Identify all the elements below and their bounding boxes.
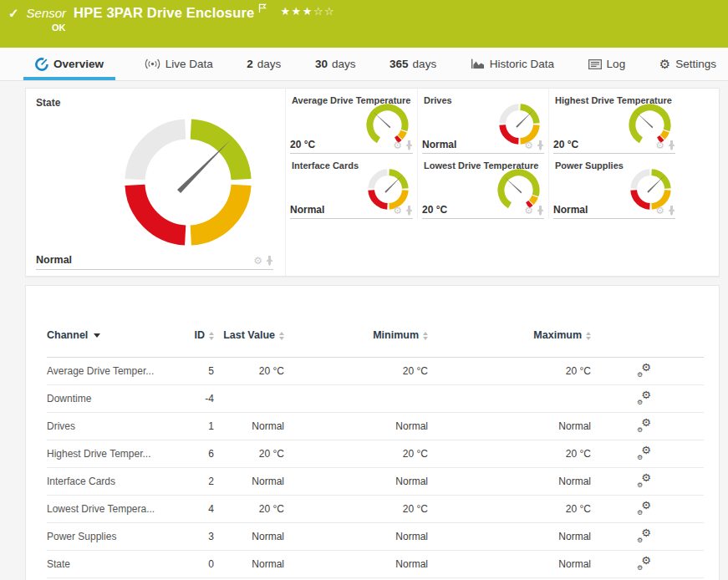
gauge-title: State xyxy=(36,97,273,109)
cell-last-value: 20 °C xyxy=(214,503,284,515)
pin-icon[interactable] xyxy=(405,140,413,150)
cell-last-value: Normal xyxy=(214,558,284,570)
column-header-id[interactable]: ID xyxy=(185,328,214,343)
gauge-cell-average-drive-temperature: Average Drive Temperature 20 °C⚙ xyxy=(286,89,417,154)
state-gauge xyxy=(116,110,260,254)
table-row: State0NormalNormalNormal⚙⚙ xyxy=(47,551,704,578)
gauge-value: 20 °C xyxy=(290,139,315,150)
cell-maximum: Normal xyxy=(428,558,591,570)
tab-bar: OverviewLive Data2days30days365daysHisto… xyxy=(0,48,728,81)
cell-last-value: Normal xyxy=(214,476,284,487)
sort-toggle-icon[interactable] xyxy=(586,332,591,340)
column-header-maximum[interactable]: Maximum xyxy=(428,328,591,343)
ok-check-icon: ✓ xyxy=(8,6,19,21)
tab-log[interactable]: Log xyxy=(583,48,631,80)
gauge-value: Normal xyxy=(553,204,588,216)
cell-channel: Highest Drive Temper... xyxy=(47,448,185,460)
pin-icon[interactable] xyxy=(668,140,675,150)
cell-id: 3 xyxy=(185,531,214,542)
column-label: Last Value xyxy=(223,328,275,343)
cell-id: 5 xyxy=(185,365,214,377)
channel-settings-gears-icon[interactable]: ⚙⚙ xyxy=(637,420,651,433)
gauge-cell-highest-drive-temperature: Highest Drive Temperature 20 °C⚙ xyxy=(548,89,680,154)
channel-settings-gears-icon[interactable]: ⚙⚙ xyxy=(637,502,651,516)
column-label: Channel xyxy=(47,328,88,343)
channel-table-body: Average Drive Temper...520 °C20 °C20 °C⚙… xyxy=(47,358,719,578)
cell-minimum: Normal xyxy=(284,558,428,570)
channel-settings-gears-icon[interactable]: ⚙⚙ xyxy=(637,364,651,378)
cell-maximum: 20 °C xyxy=(428,503,591,515)
area-chart-icon xyxy=(471,59,485,69)
channel-settings-gears-icon[interactable]: ⚙⚙ xyxy=(637,557,651,571)
channel-settings-gears-icon[interactable]: ⚙⚙ xyxy=(637,530,651,543)
gear-icon[interactable]: ⚙ xyxy=(655,141,664,150)
content-area: State Normal ⚙ Average Drive Temperature… xyxy=(0,81,728,580)
priority-stars[interactable]: ★★★☆☆ xyxy=(280,5,335,18)
tab-365-days[interactable]: 365days xyxy=(384,48,441,80)
pin-icon[interactable] xyxy=(266,256,273,266)
gear-icon[interactable]: ⚙ xyxy=(524,206,533,215)
gear-icon[interactable]: ⚙ xyxy=(393,141,402,150)
pin-icon[interactable] xyxy=(668,206,675,216)
pin-icon[interactable] xyxy=(405,206,413,216)
tab-settings[interactable]: ⚙Settings xyxy=(654,48,721,80)
table-row: Average Drive Temper...520 °C20 °C20 °C⚙… xyxy=(47,358,704,385)
tab-number: 2 xyxy=(247,58,253,70)
gauge-grid: Average Drive Temperature 20 °C⚙Drives N… xyxy=(286,89,719,276)
pin-icon[interactable] xyxy=(537,206,544,216)
cell-maximum: 20 °C xyxy=(428,365,591,377)
cell-channel: Interface Cards xyxy=(47,476,185,487)
gauge-value: 20 °C xyxy=(422,204,447,216)
tab-live-data[interactable]: Live Data xyxy=(140,48,218,80)
channel-settings-gears-icon[interactable]: ⚙⚙ xyxy=(637,392,651,405)
cell-minimum: Normal xyxy=(284,531,428,542)
gear-icon[interactable]: ⚙ xyxy=(524,141,533,150)
table-row: Highest Drive Temper...620 °C20 °C20 °C⚙… xyxy=(47,440,704,468)
gear-icon[interactable]: ⚙ xyxy=(393,206,402,215)
pin-icon[interactable] xyxy=(537,140,544,150)
sort-caret-icon[interactable] xyxy=(94,333,100,338)
tab-30-days[interactable]: 30days xyxy=(310,48,361,80)
column-header-last-value[interactable]: Last Value xyxy=(214,328,284,343)
gear-icon[interactable]: ⚙ xyxy=(253,257,262,265)
broadcast-icon xyxy=(145,59,160,69)
cell-last-value: Normal xyxy=(214,531,284,542)
gauge-cell-state: State Normal ⚙ xyxy=(26,89,286,276)
tab-label: days xyxy=(257,58,282,70)
flag-icon[interactable] xyxy=(258,2,267,17)
gauge-value: Normal xyxy=(290,204,324,216)
cell-channel: Power Supplies xyxy=(47,531,185,542)
sensor-header: ✓ Sensor HPE 3PAR Drive Enclosure ★★★☆☆ … xyxy=(0,0,728,48)
tab-historic-data[interactable]: Historic Data xyxy=(466,48,559,80)
gauge-value: 20 °C xyxy=(553,139,578,150)
channel-table-panel: ChannelIDLast ValueMinimumMaximum Averag… xyxy=(25,285,720,580)
channel-settings-gears-icon[interactable]: ⚙⚙ xyxy=(637,475,651,488)
cell-channel: Lowest Drive Tempera... xyxy=(47,503,185,515)
cell-maximum: Normal xyxy=(428,531,591,542)
cell-minimum: Normal xyxy=(284,420,428,432)
cell-id: 1 xyxy=(185,420,214,432)
tab-label: Historic Data xyxy=(490,58,554,70)
cell-minimum: Normal xyxy=(284,476,428,487)
gauge-value: Normal xyxy=(36,254,72,266)
cell-minimum: 20 °C xyxy=(284,365,428,377)
column-label: Minimum xyxy=(373,328,419,343)
column-header-channel[interactable]: Channel xyxy=(47,328,185,343)
table-row: Lowest Drive Tempera...420 °C20 °C20 °C⚙… xyxy=(47,496,704,523)
tab-label: days xyxy=(413,58,437,70)
cell-channel: Average Drive Temper... xyxy=(47,365,185,377)
cell-id: 6 xyxy=(185,448,214,460)
object-kind-label: Sensor xyxy=(27,6,67,20)
tab-overview[interactable]: Overview xyxy=(23,48,115,80)
column-header-minimum[interactable]: Minimum xyxy=(284,328,428,343)
status-badge: OK xyxy=(52,23,720,33)
tab-2-days[interactable]: 2days xyxy=(242,48,286,80)
gear-icon[interactable]: ⚙ xyxy=(655,206,664,215)
tab-label: Settings xyxy=(675,58,716,70)
overview-gauges-panel: State Normal ⚙ Average Drive Temperature… xyxy=(25,88,720,277)
table-row: Interface Cards2NormalNormalNormal⚙⚙ xyxy=(47,468,704,496)
table-row: Power Supplies3NormalNormalNormal⚙⚙ xyxy=(47,523,704,551)
tab-number: 365 xyxy=(389,58,409,70)
column-label: Maximum xyxy=(533,328,582,343)
channel-settings-gears-icon[interactable]: ⚙⚙ xyxy=(637,447,651,460)
